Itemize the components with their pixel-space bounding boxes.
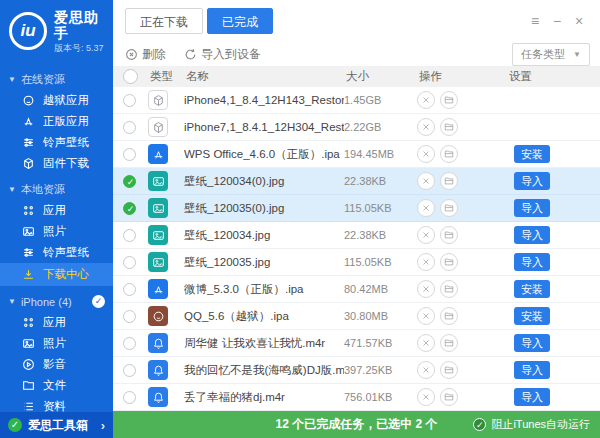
row-checkbox[interactable] bbox=[123, 121, 136, 134]
sidebar-item-genuine-apps[interactable]: 正版应用 bbox=[0, 111, 113, 132]
sidebar-item-jailbreak-apps[interactable]: 越狱应用 bbox=[0, 90, 113, 111]
import-button[interactable]: 导入 bbox=[514, 334, 550, 352]
sidebar-section-header[interactable]: ▼ 在线资源 ✓ bbox=[0, 70, 113, 90]
header-settings: 设置 bbox=[509, 69, 600, 84]
table-row[interactable]: 丢了幸福的猪dj.m4r 756.01KB 导入 bbox=[113, 384, 600, 411]
delete-task-button[interactable] bbox=[417, 145, 435, 163]
sliders-icon bbox=[21, 135, 35, 149]
row-checkbox[interactable] bbox=[123, 175, 136, 188]
table-row[interactable]: 我的回忆不是我(海鸣威)DJ版.m4r 397.25KB 导入 bbox=[113, 357, 600, 384]
delete-button[interactable]: 删除 bbox=[125, 46, 166, 63]
open-folder-button[interactable] bbox=[440, 361, 458, 379]
delete-task-button[interactable] bbox=[417, 361, 435, 379]
table-row[interactable]: WPS Office_4.6.0（正版）.ipa 194.45MB 安装 bbox=[113, 141, 600, 168]
install-button[interactable]: 安装 bbox=[514, 145, 550, 163]
app-version: 版本号: 5.37 bbox=[54, 43, 105, 53]
sidebar-item-device-photos[interactable]: 照片 bbox=[0, 333, 113, 354]
delete-task-button[interactable] bbox=[417, 253, 435, 271]
table-row[interactable]: 壁纸_120034.jpg 22.38KB 导入 bbox=[113, 222, 600, 249]
sidebar-item-device-files[interactable]: 文件 bbox=[0, 375, 113, 396]
row-checkbox[interactable] bbox=[123, 364, 136, 377]
delete-task-button[interactable] bbox=[417, 226, 435, 244]
row-checkbox[interactable] bbox=[123, 337, 136, 350]
sidebar-item-device-media[interactable]: 影音 bbox=[0, 354, 113, 375]
row-checkbox[interactable] bbox=[123, 148, 136, 161]
row-checkbox[interactable] bbox=[123, 310, 136, 323]
sidebar-item-label: 文件 bbox=[43, 378, 66, 393]
import-button[interactable]: 导入 bbox=[514, 388, 550, 406]
open-folder-button[interactable] bbox=[440, 91, 458, 109]
open-folder-button[interactable] bbox=[440, 307, 458, 325]
sidebar-item-ringtone-wallpaper[interactable]: 铃声壁纸 bbox=[0, 132, 113, 153]
table-row[interactable]: 壁纸_120034(0).jpg 22.38KB 导入 bbox=[113, 168, 600, 195]
row-checkbox[interactable] bbox=[123, 283, 136, 296]
install-button[interactable]: 安装 bbox=[514, 280, 550, 298]
sidebar-item-label: 固件下载 bbox=[43, 156, 89, 171]
open-folder-button[interactable] bbox=[440, 199, 458, 217]
tab-downloading[interactable]: 正在下载 bbox=[125, 8, 203, 34]
row-checkbox[interactable] bbox=[123, 94, 136, 107]
sidebar-item-local-ringtone-wallpaper[interactable]: 铃声壁纸 bbox=[0, 242, 113, 263]
table-row[interactable]: 周华健 让我欢喜让我忧.m4r 471.57KB 导入 bbox=[113, 330, 600, 357]
table-row[interactable]: 壁纸_120035.jpg 115.05KB 导入 bbox=[113, 249, 600, 276]
delete-task-button[interactable] bbox=[417, 334, 435, 352]
header-name: 名称 bbox=[186, 69, 346, 84]
select-all-checkbox[interactable] bbox=[123, 69, 138, 84]
delete-task-button[interactable] bbox=[417, 280, 435, 298]
row-checkbox[interactable] bbox=[123, 256, 136, 269]
delete-task-button[interactable] bbox=[417, 388, 435, 406]
import-button[interactable]: 导入 bbox=[514, 172, 550, 190]
tab-completed[interactable]: 已完成 bbox=[207, 8, 273, 34]
sidebar-item-toolbox[interactable]: ✓ 爱思工具箱 › bbox=[0, 412, 113, 438]
close-icon[interactable]: × bbox=[568, 11, 590, 31]
minimize-icon[interactable]: − bbox=[546, 11, 568, 31]
import-button[interactable]: 导入 bbox=[514, 226, 550, 244]
sidebar-item-device-apps[interactable]: 应用 bbox=[0, 312, 113, 333]
menu-icon[interactable]: ≡ bbox=[524, 11, 546, 31]
import-button[interactable]: 导入 bbox=[514, 199, 550, 217]
file-name: WPS Office_4.6.0（正版）.ipa bbox=[184, 147, 344, 162]
open-folder-button[interactable] bbox=[440, 388, 458, 406]
row-checkbox[interactable] bbox=[123, 229, 136, 242]
import-to-device-button[interactable]: 导入到设备 bbox=[184, 46, 261, 63]
row-checkbox[interactable] bbox=[123, 391, 136, 404]
play-icon bbox=[21, 357, 35, 371]
table-row[interactable]: 壁纸_120035(0).jpg 115.05KB 导入 bbox=[113, 195, 600, 222]
open-folder-button[interactable] bbox=[440, 253, 458, 271]
delete-task-button[interactable] bbox=[417, 172, 435, 190]
sidebar-item-device-data[interactable]: 资料 bbox=[0, 396, 113, 412]
sidebar-item-local-photos[interactable]: 照片 bbox=[0, 221, 113, 242]
sidebar-item-local-apps[interactable]: 应用 bbox=[0, 200, 113, 221]
table-row[interactable]: iPhone4,1_8.4_12H143_Restore.ipsw 1.45GB bbox=[113, 87, 600, 114]
delete-task-button[interactable] bbox=[417, 91, 435, 109]
sidebar-item-firmware-download[interactable]: 固件下载 bbox=[0, 153, 113, 174]
table-row[interactable]: iPhone7,1_8.4.1_12H304_Restore.ipsw 2.22… bbox=[113, 114, 600, 141]
open-folder-button[interactable] bbox=[440, 118, 458, 136]
sidebar-item-download-center[interactable]: 下载中心 bbox=[0, 263, 113, 286]
file-size: 115.05KB bbox=[344, 256, 417, 268]
table-row[interactable]: QQ_5.6（越狱）.ipa 30.80MB 安装 bbox=[113, 303, 600, 330]
image-file-icon bbox=[148, 198, 168, 218]
open-folder-button[interactable] bbox=[440, 334, 458, 352]
delete-task-button[interactable] bbox=[417, 307, 435, 325]
open-folder-button[interactable] bbox=[440, 172, 458, 190]
astore-icon bbox=[21, 114, 35, 128]
sidebar-section-header[interactable]: ▼ iPhone (4) ✓ bbox=[0, 292, 113, 312]
import-button[interactable]: 导入 bbox=[514, 253, 550, 271]
table-row[interactable]: 微博_5.3.0（正版）.ipa 80.42MB 安装 bbox=[113, 276, 600, 303]
file-size: 2.22GB bbox=[344, 121, 417, 133]
list-icon bbox=[21, 399, 35, 412]
sidebar-item-label: 影音 bbox=[43, 357, 66, 372]
import-button[interactable]: 导入 bbox=[514, 361, 550, 379]
block-itunes-toggle[interactable]: ✓ 阻止iTunes自动运行 bbox=[473, 417, 600, 432]
open-folder-button[interactable] bbox=[440, 226, 458, 244]
open-folder-button[interactable] bbox=[440, 145, 458, 163]
file-size: 22.38KB bbox=[344, 175, 417, 187]
row-checkbox[interactable] bbox=[123, 202, 136, 215]
install-button[interactable]: 安装 bbox=[514, 307, 550, 325]
task-type-dropdown[interactable]: 任务类型 ▼ bbox=[512, 43, 590, 66]
delete-task-button[interactable] bbox=[417, 118, 435, 136]
delete-task-button[interactable] bbox=[417, 199, 435, 217]
open-folder-button[interactable] bbox=[440, 280, 458, 298]
sidebar-section-header[interactable]: ▼ 本地资源 ✓ bbox=[0, 180, 113, 200]
